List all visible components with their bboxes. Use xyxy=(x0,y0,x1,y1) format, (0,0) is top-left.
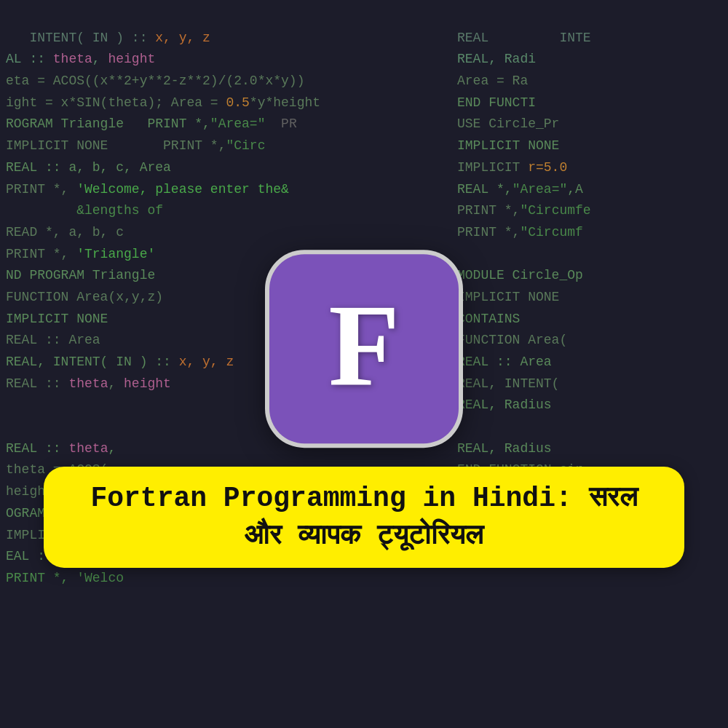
logo-letter: F xyxy=(328,288,400,410)
bg-right-code: REAL INTE REAL, Radi Area = Ra END FUNCT… xyxy=(451,0,728,728)
title-banner: Fortran Programming in Hindi: सरल और व्य… xyxy=(44,467,684,568)
title-text: Fortran Programming in Hindi: सरल और व्य… xyxy=(67,480,661,555)
fortran-logo: F xyxy=(269,254,459,443)
logo-box: F xyxy=(269,254,459,443)
